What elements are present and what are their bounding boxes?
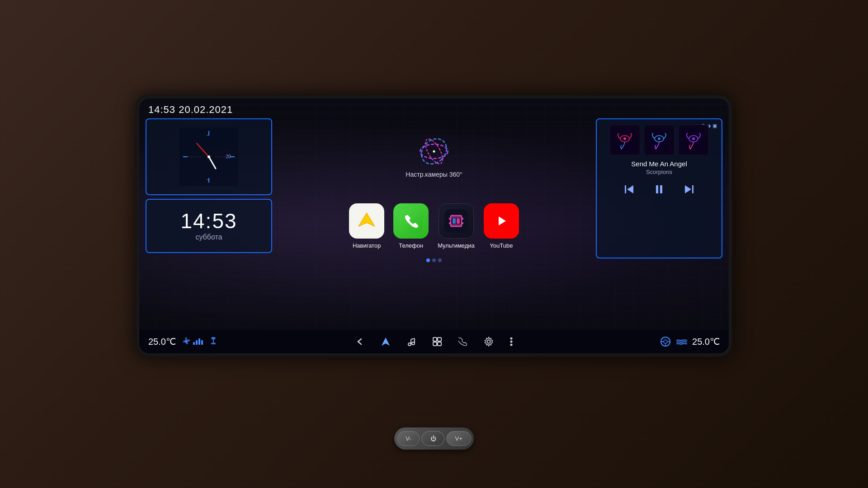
music-widget[interactable]: ✱ ⬗ ▣ [596, 118, 722, 258]
app-navigator[interactable]: Навигатор [349, 203, 384, 249]
prev-button[interactable] [620, 182, 639, 197]
music-title: Send Me An Angel [602, 160, 716, 168]
dot-3 [438, 258, 442, 262]
fan-bars [193, 338, 203, 345]
infotainment-screen: 14:53 20.02.2021 [139, 99, 729, 353]
svg-point-59 [510, 338, 513, 340]
svg-point-7 [208, 155, 210, 158]
dot-1 [426, 258, 430, 262]
svg-rect-41 [625, 185, 626, 193]
svg-rect-43 [656, 185, 658, 193]
svg-point-61 [510, 344, 513, 346]
physical-buttons: V- ⏻ V+ [394, 427, 474, 450]
album-art-1 [609, 125, 640, 155]
pause-button[interactable] [650, 182, 669, 197]
center-panel: Настр.камеры 360° [278, 118, 590, 330]
bottom-center [239, 335, 629, 348]
digital-day: суббота [195, 233, 222, 241]
bottom-left: 25.0℃ [148, 336, 239, 348]
navigation-button[interactable] [379, 335, 392, 348]
camera-icon-wrap [418, 136, 450, 167]
media-label: Мультимедиа [438, 242, 475, 249]
page-dots [278, 257, 590, 262]
screen-bezel: 14:53 20.02.2021 [136, 95, 732, 357]
svg-rect-23 [451, 224, 462, 226]
main-area: - - 20 [139, 118, 729, 330]
bottom-bar: 25.0℃ [139, 330, 729, 353]
music-artist: Scorpions [602, 169, 716, 175]
music-controls [602, 182, 716, 197]
fan-icon [181, 337, 191, 347]
media-icon [439, 203, 474, 239]
dot-2 [432, 258, 436, 262]
bottom-right: 25.0℃ [629, 336, 720, 347]
app-media[interactable]: Мультимедиа [438, 203, 475, 249]
svg-marker-48 [382, 338, 390, 346]
svg-rect-45 [692, 185, 693, 193]
phone-label: Телефон [399, 242, 423, 249]
music-button[interactable] [405, 335, 418, 348]
svg-point-58 [487, 340, 491, 343]
svg-rect-24 [449, 218, 451, 220]
analog-clock: - - 20 [179, 127, 238, 186]
temp-left: 25.0℃ [148, 336, 176, 347]
temp-right: 25.0℃ [692, 336, 720, 347]
more-button[interactable] [508, 335, 514, 348]
phys-btn-group: V- ⏻ V+ [394, 427, 474, 450]
svg-rect-56 [433, 342, 437, 346]
digital-time: 14:53 [180, 211, 237, 231]
svg-rect-57 [438, 342, 441, 346]
back-button[interactable] [354, 335, 366, 348]
apps-button[interactable] [430, 335, 444, 348]
header-datetime: 14:53 20.02.2021 [148, 104, 233, 116]
svg-rect-54 [433, 338, 437, 341]
steering-heat-icon [660, 336, 671, 347]
svg-point-37 [658, 137, 660, 140]
svg-marker-46 [685, 185, 691, 193]
battery-icon: ▣ [712, 123, 717, 129]
youtube-icon [484, 203, 519, 239]
svg-rect-25 [449, 222, 451, 224]
svg-rect-26 [462, 218, 463, 220]
svg-rect-22 [451, 216, 462, 218]
vol-down-button[interactable]: V- [397, 431, 420, 446]
svg-point-34 [623, 137, 626, 140]
vol-up-button[interactable]: V+ [447, 431, 471, 446]
svg-text:-: - [207, 176, 208, 182]
app-youtube[interactable]: YouTube [484, 203, 519, 249]
seat-heat-icon [208, 336, 218, 348]
svg-marker-42 [627, 185, 633, 193]
navigator-icon [349, 203, 384, 239]
phone-icon [393, 203, 429, 239]
svg-line-53 [411, 338, 415, 339]
svg-rect-44 [660, 185, 662, 193]
apps-row: Навигатор [278, 199, 590, 253]
svg-rect-29 [457, 218, 460, 224]
svg-rect-55 [438, 338, 441, 341]
svg-point-60 [510, 341, 513, 343]
album-art-2 [644, 125, 675, 155]
camera-widget[interactable]: Настр.камеры 360° [278, 118, 590, 195]
fan-icon-wrap [181, 337, 203, 347]
camera-label: Настр.камеры 360° [406, 171, 462, 178]
music-info: Send Me An Angel Scorpions [602, 160, 716, 175]
svg-rect-20 [444, 209, 468, 233]
phone-bottom-button[interactable] [457, 335, 469, 348]
svg-rect-28 [453, 218, 456, 224]
next-button[interactable] [679, 182, 698, 197]
svg-point-40 [692, 137, 695, 140]
svg-point-63 [664, 340, 667, 343]
music-album-arts [602, 125, 716, 155]
digital-clock-widget[interactable]: 14:53 суббота [146, 199, 272, 253]
right-panel: ✱ ⬗ ▣ [596, 118, 722, 330]
analog-clock-widget[interactable]: - - 20 [146, 118, 272, 195]
left-panel: - - 20 [146, 118, 272, 330]
svg-rect-19 [399, 209, 423, 233]
settings-button[interactable] [482, 335, 495, 348]
svg-point-16 [433, 150, 435, 152]
power-button[interactable]: ⏻ [422, 431, 445, 446]
ac-icon [676, 336, 688, 347]
app-phone[interactable]: Телефон [393, 203, 429, 249]
car-dashboard: 14:53 20.02.2021 [0, 0, 868, 488]
youtube-label: YouTube [490, 242, 513, 249]
